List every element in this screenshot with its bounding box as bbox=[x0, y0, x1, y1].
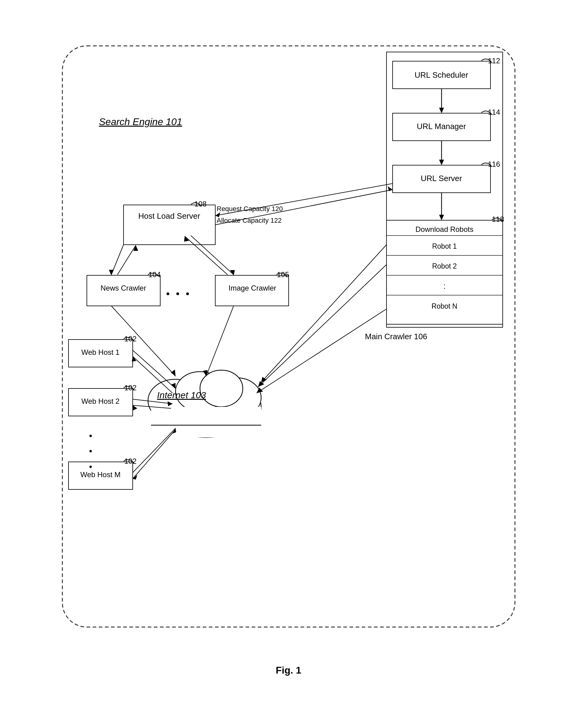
fig-label: Fig. 1 bbox=[276, 665, 301, 676]
search-engine-label: Search Engine 101 bbox=[99, 116, 182, 128]
svg-line-27 bbox=[191, 236, 234, 275]
main-crawler-label: Main Crawler 106 bbox=[365, 332, 427, 341]
svg-point-35 bbox=[200, 370, 243, 407]
svg-line-25 bbox=[117, 245, 136, 275]
url-manager-ref: 114 bbox=[488, 108, 500, 116]
svg-marker-26 bbox=[133, 245, 138, 251]
news-crawler-label: News Crawler bbox=[88, 284, 159, 292]
crawler-ellipsis: • • • bbox=[166, 288, 191, 300]
svg-marker-42 bbox=[171, 383, 176, 388]
svg-marker-58 bbox=[261, 377, 267, 382]
web-host-2-label: Web Host 2 bbox=[70, 397, 131, 406]
svg-line-49 bbox=[133, 428, 176, 473]
download-robots-ref: 118 bbox=[492, 215, 504, 224]
image-crawler-ref: 105 bbox=[277, 270, 289, 279]
download-robots-label: Download Robots bbox=[388, 223, 501, 236]
svg-line-61 bbox=[257, 309, 387, 393]
svg-marker-52 bbox=[133, 475, 137, 479]
svg-marker-44 bbox=[132, 356, 136, 362]
svg-line-53 bbox=[111, 306, 176, 376]
svg-line-43 bbox=[133, 356, 173, 393]
svg-marker-56 bbox=[203, 370, 208, 376]
svg-point-33 bbox=[212, 378, 261, 418]
svg-marker-30 bbox=[184, 236, 189, 242]
svg-line-41 bbox=[133, 350, 176, 388]
svg-marker-13 bbox=[439, 160, 444, 165]
svg-line-57 bbox=[261, 245, 387, 382]
svg-rect-36 bbox=[151, 407, 261, 437]
svg-marker-20 bbox=[388, 186, 393, 191]
svg-marker-48 bbox=[133, 405, 137, 411]
svg-line-51 bbox=[133, 431, 174, 479]
svg-marker-11 bbox=[439, 108, 444, 113]
svg-line-29 bbox=[185, 236, 228, 275]
host-load-server-ref: 108 bbox=[194, 200, 207, 208]
svg-marker-54 bbox=[171, 369, 176, 376]
svg-marker-28 bbox=[230, 270, 235, 275]
web-host-m-ref: 102 bbox=[125, 457, 137, 466]
web-host-1-ref: 102 bbox=[125, 335, 137, 343]
request-capacity-label: Request Capacity 120 bbox=[217, 205, 283, 213]
web-host-m-label: Web Host M bbox=[70, 470, 131, 479]
robot-dots: : bbox=[388, 277, 501, 295]
news-crawler-ref: 104 bbox=[149, 270, 161, 279]
svg-marker-62 bbox=[257, 388, 263, 393]
svg-marker-60 bbox=[258, 381, 264, 387]
svg-point-31 bbox=[151, 376, 261, 437]
web-host-ellipsis: ••• bbox=[89, 428, 93, 474]
url-scheduler-label: URL Scheduler bbox=[394, 70, 489, 80]
svg-line-55 bbox=[206, 306, 234, 376]
url-scheduler-ref: 112 bbox=[488, 57, 500, 65]
svg-line-59 bbox=[258, 265, 387, 387]
svg-line-47 bbox=[133, 405, 171, 408]
url-manager-label: URL Manager bbox=[394, 122, 489, 131]
svg-marker-15 bbox=[439, 215, 444, 220]
web-host-1-label: Web Host 1 bbox=[70, 348, 131, 357]
svg-point-32 bbox=[148, 379, 203, 422]
web-host-2-ref: 102 bbox=[125, 384, 137, 392]
robot-1-label: Robot 1 bbox=[388, 237, 501, 255]
svg-marker-24 bbox=[109, 270, 114, 275]
svg-marker-46 bbox=[167, 401, 173, 406]
diagram-container: Search Engine 101 URL Scheduler 112 URL … bbox=[44, 28, 533, 700]
host-load-server-label: Host Load Server bbox=[125, 211, 214, 222]
robot-2-label: Robot 2 bbox=[388, 257, 501, 275]
robot-n-label: Robot N bbox=[388, 297, 501, 315]
url-server-label: URL Server bbox=[394, 174, 489, 183]
svg-line-23 bbox=[111, 245, 124, 275]
internet-label: Internet 103 bbox=[157, 390, 206, 400]
allocate-capacity-label: Allocate Capacity 122 bbox=[217, 216, 282, 225]
url-server-ref: 116 bbox=[488, 160, 500, 168]
svg-marker-50 bbox=[172, 428, 176, 434]
image-crawler-label: Image Crawler bbox=[216, 284, 289, 292]
